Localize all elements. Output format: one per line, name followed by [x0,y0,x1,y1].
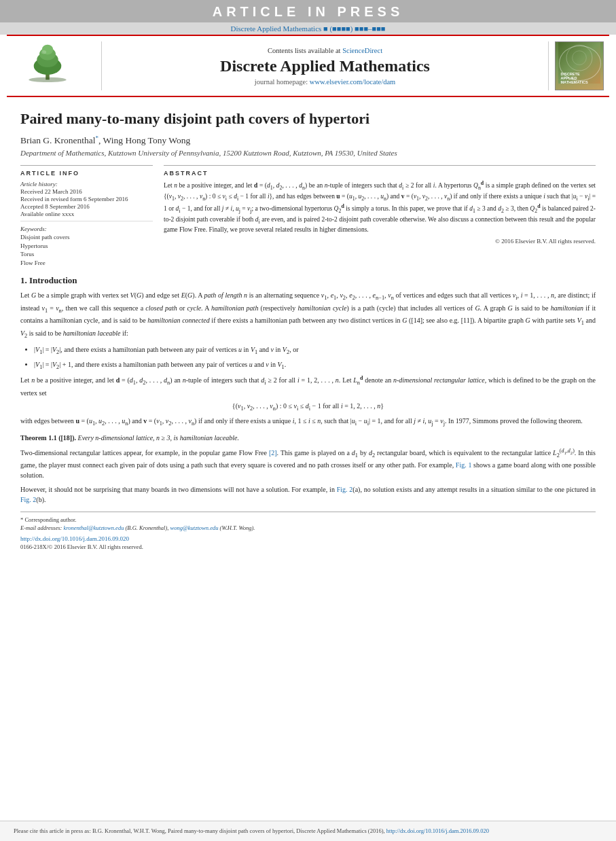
intro-para5: However, it should not be surprising tha… [20,484,596,505]
contents-text: Contents lists available at [268,47,342,54]
abstract-title: ABSTRACT [164,170,596,177]
elsevier-tree-svg: ELSEVIER [14,42,81,83]
intro-para1: Let G be a simple graph with vertex set … [20,290,596,340]
dam-cover-svg: DISCRETE APPLIED MATHEMATICS [558,41,600,87]
svg-text:APPLIED: APPLIED [560,76,577,80]
paper-authors: Brian G. Kronenthal*, Wing Hong Tony Won… [20,135,596,147]
keyword-2: Hypertorus [20,242,153,251]
theorem-1-1: Theorem 1.1 ([18]). Every n-dimensional … [20,433,596,443]
abstract-text: Let n be a positive integer, and let d =… [164,179,596,235]
footnote-star: * Corresponding author. [20,516,596,524]
page: ARTICLE IN PRESS Discrete Applied Mathem… [0,0,616,841]
journal-homepage: journal homepage: www.elsevier.com/locat… [255,78,396,86]
email-link-1[interactable]: kronenthal@kutztown.edu [63,524,124,531]
doi-line: http://dx.doi.org/10.1016/j.dam.2016.09.… [20,535,596,542]
journal-header: ELSEVIER Contents lists available at Sci… [7,35,609,97]
intro-para2: Let n be a positive integer, and let d =… [20,374,596,398]
journal-center: Contents lists available at ScienceDirec… [102,41,548,90]
elsevier-logo: ELSEVIER [14,42,88,90]
footnote-area: * Corresponding author. E-mail addresses… [20,512,596,550]
footnote-email: E-mail addresses: kronenthal@kutztown.ed… [20,524,596,533]
theorem-label: Theorem 1.1 ([18]). [20,434,76,442]
section-1-title: 1. Introduction [20,275,596,286]
laceable-conditions: |V1| = |V2|, and there exists a hamilton… [34,344,596,372]
journal-logo-right: DISCRETE APPLIED MATHEMATICS [548,41,609,90]
svg-point-9 [566,45,592,71]
accepted-date: Accepted 8 September 2016 [20,203,153,210]
formula-vertex-set: {(v1, v2, . . . , vn) : 0 ≤ vi ≤ di − 1 … [20,402,596,412]
copyright-line: 0166-218X/© 2016 Elsevier B.V. All right… [20,543,596,550]
contents-line: Contents lists available at ScienceDirec… [268,47,382,54]
homepage-text: journal homepage: [255,78,310,86]
svg-point-6 [41,50,46,54]
intro-para3: with edges between u = (u1, u2, . . . , … [20,416,596,428]
keyword-4: Flow Free [20,259,153,268]
online-date: Available online xxxx [20,211,153,217]
elsevier-logo-container: ELSEVIER [7,41,102,90]
keyword-3: Torus [20,250,153,259]
article-info-column: ARTICLE INFO Article history: Received 2… [20,165,153,267]
paper-title: Paired many-to-many disjoint path covers… [20,109,596,129]
abstract-column: ABSTRACT Let n be a positive integer, an… [164,165,596,267]
homepage-link[interactable]: www.elsevier.com/locate/dam [310,78,395,86]
svg-point-1 [29,77,66,82]
bullet-item-2: |V1| = |V2| + 1, and there exists a hami… [34,359,596,372]
ref-2-link[interactable]: [2] [269,449,277,457]
aip-doi-link[interactable]: Discrete Applied Mathematics ■ (■■■■) ■■… [231,24,386,33]
journal-title: Discrete Applied Mathematics [220,57,430,75]
bullet-item-1: |V1| = |V2|, and there exists a hamilton… [34,344,596,357]
main-content: Paired many-to-many disjoint path covers… [0,97,616,821]
fig2a-link[interactable]: Fig. 2 [337,486,353,493]
svg-point-10 [572,51,586,65]
keyword-1: Disjoint path covers [20,233,153,242]
email-link-2[interactable]: wong@kutztown.edu [170,524,219,531]
history-label: Article history: [20,181,153,187]
authors-text: Brian G. Kronenthal*, Wing Hong Tony Won… [20,135,190,145]
article-info-title: ARTICLE INFO [20,170,153,177]
footnote-star-text: * Corresponding author. [20,516,76,523]
fig2b-link[interactable]: Fig. 2 [20,496,36,503]
abstract-copyright: © 2016 Elsevier B.V. All rights reserved… [164,238,596,245]
svg-text:DISCRETE: DISCRETE [560,72,579,76]
citation-bar: Please cite this article in press as: B.… [0,821,616,841]
kw-separator [20,221,153,221]
citation-doi-link[interactable]: http://dx.doi.org/10.1016/j.dam.2016.09.… [386,827,489,834]
fig1-link[interactable]: Fig. 1 [456,461,472,469]
aip-banner-text: ARTICLE IN PRESS [213,4,404,19]
aip-doi-bar: Discrete Applied Mathematics ■ (■■■■) ■■… [0,22,616,35]
two-column-section: ARTICLE INFO Article history: Received 2… [20,165,596,267]
sciencedirect-link[interactable]: ScienceDirect [342,47,382,54]
citation-text: Please cite this article in press as: B.… [14,827,489,834]
keywords-label: Keywords: [20,226,153,232]
email-line-text: E-mail addresses: kronenthal@kutztown.ed… [20,524,255,531]
theorem-body: Every n-dimensional lattice, n ≥ 3, is h… [78,434,239,442]
revised-date: Received in revised form 6 September 201… [20,196,153,202]
paper-affiliation: Department of Mathematics, Kutztown Univ… [20,149,596,157]
svg-text:MATHEMATICS: MATHEMATICS [560,80,588,84]
intro-para4: Two-dimensional rectangular lattices app… [20,447,596,481]
dam-cover-image: DISCRETE APPLIED MATHEMATICS [555,41,604,90]
aip-banner: ARTICLE IN PRESS [0,0,616,22]
doi-link[interactable]: http://dx.doi.org/10.1016/j.dam.2016.09.… [20,535,129,542]
received-date: Received 22 March 2016 [20,188,153,195]
